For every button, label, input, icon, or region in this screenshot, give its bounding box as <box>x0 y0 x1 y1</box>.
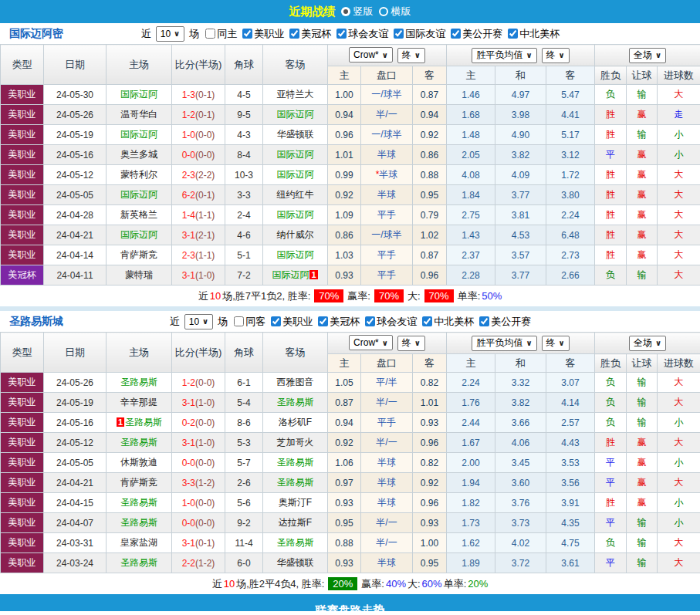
radio-selected-icon[interactable] <box>341 7 350 16</box>
opponent-team-name[interactable]: 奥兰多城 <box>120 149 157 160</box>
opponent-team-name[interactable]: 纳什威尔 <box>277 229 314 240</box>
avg-final-select[interactable]: 终∨ <box>542 48 570 63</box>
league-checkbox[interactable] <box>508 29 518 39</box>
match-row: 美职业24-05-26圣路易斯1-2(0-0)6-1西雅图音1.05平/半0.8… <box>1 373 700 393</box>
subject-team-name[interactable]: 国际迈阿 <box>120 189 157 200</box>
avg-away: 3.53 <box>546 453 595 473</box>
opponent-team-name[interactable]: 温哥华白 <box>120 109 157 120</box>
filter-league-2[interactable]: 球会友谊 <box>333 27 388 41</box>
same-venue-checkbox[interactable] <box>234 316 244 326</box>
subject-team-name[interactable]: 国际迈阿 <box>277 209 314 220</box>
subject-team-name[interactable]: 国际迈阿 <box>277 109 314 120</box>
opponent-team-name[interactable]: 亚特兰大 <box>277 89 314 100</box>
summary-token: 70% <box>424 289 454 302</box>
opponent-team-name[interactable]: 蒙特瑞 <box>125 269 153 280</box>
filter-league-5[interactable]: 中北美杯 <box>504 27 560 41</box>
league-checkbox[interactable] <box>289 29 299 39</box>
league-type-cell: 美冠杯 <box>1 265 44 286</box>
filter-league-4[interactable]: 美公开赛 <box>447 27 502 41</box>
opponent-team-name[interactable]: 辛辛那提 <box>120 397 157 407</box>
subject-team-name[interactable]: 圣路易斯 <box>277 537 314 548</box>
summary-token: 大: <box>407 289 421 303</box>
avg-draw: 3.82 <box>495 393 546 413</box>
avg-final-select[interactable]: 终∨ <box>542 336 570 351</box>
opponent-team-name[interactable]: 纽约红牛 <box>277 189 314 200</box>
filter-league-0[interactable]: 美职业 <box>267 315 313 329</box>
avg-draw: 3.81 <box>495 205 546 225</box>
league-checkbox[interactable] <box>318 316 328 326</box>
opponent-team-name[interactable]: 皇家盐湖 <box>120 537 157 548</box>
opponent-team-name[interactable]: 蒙特利尔 <box>120 169 157 180</box>
opponent-team-name[interactable]: 洛杉矶F <box>279 417 312 427</box>
odds-final-select[interactable]: 终∨ <box>397 48 425 63</box>
subject-team-name[interactable]: 圣路易斯 <box>125 417 162 427</box>
subject-team-name[interactable]: 圣路易斯 <box>120 557 157 568</box>
league-checkbox[interactable] <box>394 29 404 39</box>
subject-team-name[interactable]: 国际迈阿 <box>120 229 157 240</box>
subject-team-name[interactable]: 国际迈阿 <box>277 249 314 260</box>
home-col-header: 主场 <box>107 45 172 85</box>
subject-team-name[interactable]: 圣路易斯 <box>277 477 314 488</box>
league-checkbox[interactable] <box>271 316 281 326</box>
subject-team-name[interactable]: 国际迈阿 <box>120 89 157 100</box>
page-title: 近期战绩 <box>289 5 336 19</box>
filter-league-4[interactable]: 美公开赛 <box>475 315 531 329</box>
match-count-select[interactable]: 10∨ <box>184 314 213 329</box>
match-date: 24-03-24 <box>44 553 107 573</box>
opponent-team-name[interactable]: 芝加哥火 <box>277 437 314 448</box>
opponent-team-name[interactable]: 华盛顿联 <box>277 557 314 568</box>
same-venue-checkbox[interactable] <box>205 29 215 39</box>
subject-team-name[interactable]: 国际迈阿 <box>120 129 157 140</box>
avg-select[interactable]: 胜平负均值∨ <box>472 48 536 63</box>
league-checkbox[interactable] <box>242 29 252 39</box>
view-option-horizontal[interactable]: 横版 <box>379 5 411 19</box>
opponent-team-name[interactable]: 西雅图音 <box>277 377 314 387</box>
scope-select[interactable]: 全场∨ <box>629 336 666 351</box>
opponent-team-name[interactable]: 新英格兰 <box>120 209 157 220</box>
team-name[interactable]: 圣路易斯城 <box>9 315 63 329</box>
opponent-team-name[interactable]: 奥斯汀F <box>279 497 312 508</box>
league-checkbox[interactable] <box>336 29 347 39</box>
filter-league-0[interactable]: 美职业 <box>238 27 284 41</box>
subject-team-name[interactable]: 国际迈阿 <box>277 169 314 180</box>
filter-same-venue[interactable]: 同客 <box>230 315 265 329</box>
avg-select[interactable]: 胜平负均值∨ <box>472 336 536 351</box>
team-name[interactable]: 国际迈阿密 <box>9 27 63 41</box>
opponent-team-name[interactable]: 休斯敦迪 <box>120 457 157 468</box>
opponent-team-name[interactable]: 肯萨斯竞 <box>120 477 157 488</box>
subject-team-name[interactable]: 圣路易斯 <box>120 497 157 508</box>
view-option-vertical[interactable]: 竖版 <box>341 5 374 19</box>
subject-team-name[interactable]: 圣路易斯 <box>277 397 314 407</box>
odds-away: 0.92 <box>413 125 447 145</box>
filter-league-1[interactable]: 美冠杯 <box>286 27 331 41</box>
result-wdl: 负 <box>595 533 627 553</box>
scope-select[interactable]: 全场∨ <box>629 48 666 63</box>
league-checkbox[interactable] <box>451 29 461 39</box>
filter-same-venue[interactable]: 同主 <box>201 27 237 41</box>
subject-team-name[interactable]: 圣路易斯 <box>120 437 157 448</box>
odds-company-select[interactable]: Crow*∨ <box>349 47 393 63</box>
subject-team-name[interactable]: 圣路易斯 <box>120 517 157 528</box>
odds-final-select[interactable]: 终∨ <box>397 336 425 351</box>
opponent-team-name[interactable]: 华盛顿联 <box>277 129 314 140</box>
filter-league-1[interactable]: 美冠杯 <box>314 315 360 329</box>
chevron-down-icon: ∨ <box>202 317 208 326</box>
league-checkbox[interactable] <box>479 316 489 326</box>
opponent-team-name[interactable]: 达拉斯F <box>279 517 312 528</box>
match-count-select[interactable]: 10∨ <box>156 26 184 42</box>
odds-company-select[interactable]: Crow*∨ <box>349 335 393 350</box>
radio-unselected-icon[interactable] <box>379 7 388 16</box>
subject-team-name[interactable]: 国际迈阿 <box>272 269 309 280</box>
avg-home: 2.24 <box>447 373 495 393</box>
opponent-team-name[interactable]: 肯萨斯竞 <box>120 249 157 260</box>
subject-team-name[interactable]: 圣路易斯 <box>120 377 157 387</box>
league-checkbox[interactable] <box>365 316 375 326</box>
subject-team-name[interactable]: 国际迈阿 <box>277 149 314 160</box>
filter-league-3[interactable]: 中北美杯 <box>418 315 474 329</box>
bottom-bar[interactable]: 联赛盘路走势 <box>0 594 700 611</box>
filter-league-2[interactable]: 球会友谊 <box>361 315 417 329</box>
half-time-score: (2-1) <box>195 230 215 241</box>
subject-team-name[interactable]: 圣路易斯 <box>277 457 314 468</box>
filter-league-3[interactable]: 国际友谊 <box>390 27 445 41</box>
league-checkbox[interactable] <box>422 316 432 326</box>
